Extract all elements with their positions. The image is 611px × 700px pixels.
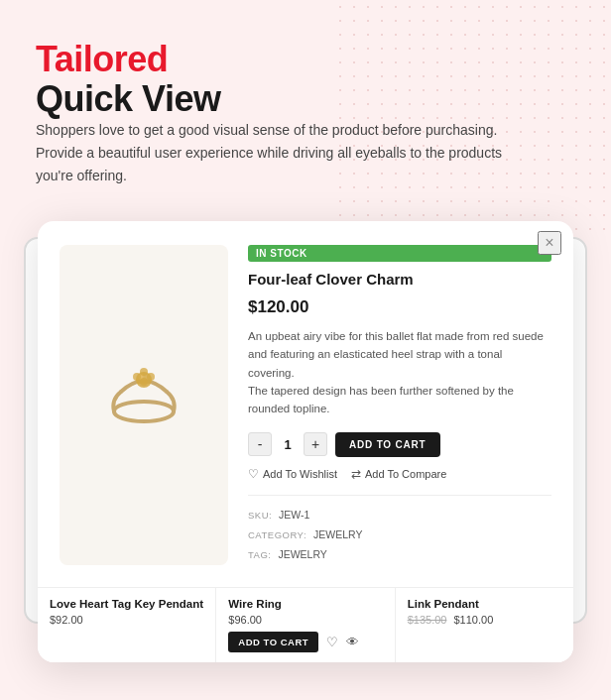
product-description: An upbeat airy vibe for this ballet flat… bbox=[248, 327, 551, 418]
main-content: Tailored Quick View Shoppers love to get… bbox=[0, 0, 611, 692]
strip-product-name-2: Wire Ring bbox=[228, 598, 382, 610]
strip-price-1: $92.00 bbox=[50, 614, 203, 626]
strip-product-name-1: Love Heart Tag Key Pendant bbox=[50, 598, 203, 610]
svg-point-6 bbox=[140, 378, 148, 386]
quantity-row: - 1 + ADD TO CART bbox=[248, 432, 551, 457]
strip-price-3: $135.00 $110.00 bbox=[408, 614, 561, 626]
category-row: CATEGORY: JEWELRY bbox=[248, 525, 551, 545]
strip-item-3: Link Pendant $135.00 $110.00 bbox=[396, 588, 573, 662]
modal-close-button[interactable]: × bbox=[538, 231, 561, 255]
compare-icon: ⇄ bbox=[351, 467, 361, 481]
quick-view-modal: × bbox=[38, 221, 573, 661]
svg-point-4 bbox=[133, 373, 141, 381]
heading-tailored: Tailored Quick View bbox=[36, 40, 575, 119]
compare-link[interactable]: ⇄ Add To Compare bbox=[351, 467, 446, 481]
add-to-cart-button[interactable]: ADD TO CART bbox=[335, 432, 440, 457]
modal-body: IN STOCK Four-leaf Clover Charm $120.00 … bbox=[38, 221, 573, 586]
meta-divider bbox=[248, 495, 551, 496]
strip-item-1: Love Heart Tag Key Pendant $92.00 bbox=[38, 588, 216, 662]
strip-actions-row-2: ADD TO CART ♡ 👁 bbox=[228, 632, 382, 652]
svg-point-5 bbox=[147, 373, 155, 381]
strip-eye-icon-2[interactable]: 👁 bbox=[346, 635, 359, 649]
product-image-area bbox=[60, 245, 228, 564]
svg-point-0 bbox=[114, 402, 174, 421]
strip-price-2: $96.00 bbox=[228, 614, 382, 626]
strip-add-to-cart-button-2[interactable]: ADD TO CART bbox=[228, 632, 318, 652]
tag-row: TAG: JEWELRY bbox=[248, 545, 551, 565]
product-price: $120.00 bbox=[248, 297, 551, 317]
description-text: Shoppers love to get a good visual sense… bbox=[36, 119, 532, 187]
in-stock-badge: IN STOCK bbox=[248, 245, 551, 262]
demo-wrapper: × bbox=[38, 221, 573, 661]
product-strip: Love Heart Tag Key Pendant $92.00 Wire R… bbox=[38, 587, 573, 662]
wishlist-compare-row: ♡ Add To Wishlist ⇄ Add To Compare bbox=[248, 467, 551, 481]
wishlist-link[interactable]: ♡ Add To Wishlist bbox=[248, 467, 337, 481]
product-name: Four-leaf Clover Charm bbox=[248, 270, 551, 290]
product-info-col: IN STOCK Four-leaf Clover Charm $120.00 … bbox=[248, 245, 551, 564]
strip-product-name-3: Link Pendant bbox=[408, 598, 561, 610]
qty-plus-button[interactable]: + bbox=[304, 432, 327, 456]
qty-value: 1 bbox=[280, 437, 296, 452]
qty-minus-button[interactable]: - bbox=[248, 432, 272, 456]
sku-row: SKU: JEW-1 bbox=[248, 506, 551, 525]
meta-table: SKU: JEW-1 CATEGORY: JEWELRY TAG: JEWELR… bbox=[248, 506, 551, 565]
strip-heart-icon-2[interactable]: ♡ bbox=[326, 635, 338, 649]
svg-point-3 bbox=[140, 368, 148, 376]
heart-icon: ♡ bbox=[248, 467, 259, 481]
strip-item-2: Wire Ring $96.00 ADD TO CART ♡ 👁 bbox=[216, 588, 395, 662]
product-ring-image bbox=[89, 350, 198, 459]
